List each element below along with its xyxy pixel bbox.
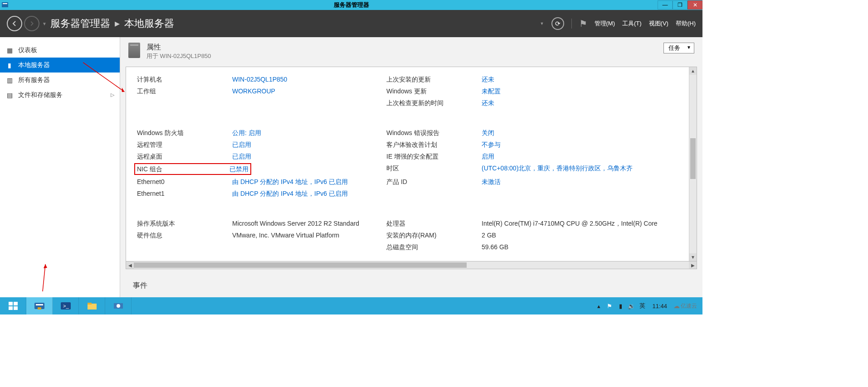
property-label: 远程管理 bbox=[137, 140, 232, 150]
sidebar-item-label: 仪表板 bbox=[18, 46, 37, 54]
chevron-right-icon: ▷ bbox=[111, 92, 114, 98]
sidebar-item-dashboard[interactable]: ▦ 仪表板 bbox=[0, 43, 120, 58]
header-toolbar: ▼ 服务器管理器 ▸ 本地服务器 ▼ ⟳ ⚑ 管理(M) 工具(T) 视图(V)… bbox=[0, 10, 702, 37]
property-value[interactable]: 已启用 bbox=[232, 151, 386, 161]
refresh-icon[interactable]: ⟳ bbox=[551, 17, 564, 30]
vertical-scrollbar[interactable]: ▲ ▼ bbox=[689, 67, 697, 261]
system-tray: ▴ ⚑ ▮ 🔉 英 11:44 ☁ 亿速云 bbox=[591, 297, 702, 314]
scroll-track[interactable] bbox=[689, 75, 697, 253]
property-value[interactable]: 还未 bbox=[482, 74, 678, 84]
close-button[interactable]: ✕ bbox=[688, 0, 702, 10]
properties-title: 属性 bbox=[146, 43, 663, 52]
property-value[interactable]: 已启用 bbox=[232, 140, 386, 150]
properties-subtitle: 用于 WIN-02J5QL1P850 bbox=[146, 52, 663, 60]
nav-back-button[interactable] bbox=[7, 16, 22, 31]
property-label: 总磁盘空间 bbox=[386, 242, 482, 252]
property-label: 产品 ID bbox=[386, 177, 482, 187]
sidebar-item-all-servers[interactable]: ▥ 所有服务器 bbox=[0, 73, 120, 87]
start-button[interactable] bbox=[0, 297, 26, 314]
sidebar-item-label: 本地服务器 bbox=[18, 61, 50, 69]
property-value bbox=[232, 98, 386, 108]
svg-rect-16 bbox=[88, 303, 92, 305]
property-label: Ethernet0 bbox=[137, 177, 232, 187]
property-value[interactable]: 还未 bbox=[482, 98, 678, 108]
header-right: ▼ ⟳ ⚑ 管理(M) 工具(T) 视图(V) 帮助(H) bbox=[540, 17, 696, 30]
tray-flag-icon[interactable]: ⚑ bbox=[606, 302, 613, 310]
menu-help[interactable]: 帮助(H) bbox=[676, 19, 696, 28]
breadcrumb-root[interactable]: 服务器管理器 bbox=[50, 17, 110, 30]
property-value bbox=[482, 189, 678, 198]
svg-point-18 bbox=[117, 304, 120, 308]
window-title: 服务器管理器 bbox=[334, 1, 369, 9]
nav-forward-button[interactable] bbox=[24, 16, 39, 31]
sidebar-item-local-server[interactable]: ▮ 本地服务器 bbox=[0, 58, 120, 73]
tasks-dropdown-button[interactable]: 任务 bbox=[663, 43, 694, 53]
property-value[interactable]: 启用 bbox=[482, 151, 678, 161]
taskbar: >_ ▴ ⚑ ▮ 🔉 英 11:44 ☁ 亿速云 bbox=[0, 297, 702, 314]
scroll-up-arrow[interactable]: ▲ bbox=[689, 67, 697, 75]
watermark-text: 亿速云 bbox=[681, 302, 697, 310]
property-value[interactable]: 未激活 bbox=[482, 177, 678, 187]
nav-history-dropdown[interactable]: ▼ bbox=[42, 21, 47, 26]
property-label: 硬件信息 bbox=[137, 230, 232, 240]
menu-view[interactable]: 视图(V) bbox=[649, 19, 668, 28]
svg-rect-8 bbox=[9, 306, 13, 310]
property-value[interactable]: (UTC+08:00)北京，重庆，香港特别行政区，乌鲁木齐 bbox=[482, 163, 678, 175]
task-explorer[interactable] bbox=[79, 297, 105, 314]
property-value[interactable]: WIN-02J5QL1P850 bbox=[232, 74, 386, 84]
property-value[interactable]: 不参与 bbox=[482, 140, 678, 150]
properties-box: 计算机名WIN-02J5QL1P850上次安装的更新还未工作组WORKGROUP… bbox=[126, 67, 697, 261]
property-label: 远程桌面 bbox=[137, 151, 232, 161]
sidebar-item-label: 所有服务器 bbox=[18, 76, 50, 84]
property-value: VMware, Inc. VMware Virtual Platform bbox=[232, 230, 386, 240]
horizontal-scrollbar[interactable]: ◀ ▶ bbox=[126, 261, 697, 269]
notifications-flag-icon[interactable]: ⚑ bbox=[579, 18, 587, 29]
tray-network-icon[interactable]: ▮ bbox=[617, 302, 624, 310]
property-value: Microsoft Windows Server 2012 R2 Standar… bbox=[232, 218, 386, 228]
property-value[interactable]: 未配置 bbox=[482, 86, 678, 96]
sidebar-item-file-storage[interactable]: ▤ 文件和存储服务 ▷ bbox=[0, 87, 120, 102]
menu-manage[interactable]: 管理(M) bbox=[595, 19, 615, 28]
property-value: 59.66 GB bbox=[482, 242, 678, 252]
scroll-track-h[interactable] bbox=[134, 261, 689, 269]
property-value: 2 GB bbox=[482, 230, 678, 240]
header-dropdown-icon[interactable]: ▼ bbox=[540, 21, 544, 26]
scroll-thumb-h[interactable] bbox=[134, 262, 467, 268]
highlight-annotation: NIC 组合已禁用 bbox=[134, 163, 251, 175]
scroll-left-arrow[interactable]: ◀ bbox=[126, 261, 134, 269]
svg-rect-9 bbox=[14, 306, 18, 310]
property-value[interactable]: 公用: 启用 bbox=[232, 128, 386, 138]
events-title: 事件 bbox=[120, 269, 702, 290]
cloud-icon: ☁ bbox=[673, 302, 680, 310]
task-settings[interactable] bbox=[105, 297, 132, 314]
property-value[interactable]: 由 DHCP 分配的 IPv4 地址，IPv6 已启用 bbox=[232, 177, 386, 187]
property-row: Windows 防火墙公用: 启用Windows 错误报告关闭 bbox=[137, 128, 678, 138]
property-row: 硬件信息VMware, Inc. VMware Virtual Platform… bbox=[137, 230, 678, 240]
watermark: ☁ 亿速云 bbox=[673, 302, 699, 310]
scroll-right-arrow[interactable]: ▶ bbox=[689, 261, 697, 269]
minimize-button[interactable]: — bbox=[658, 0, 673, 10]
breadcrumb-separator: ▸ bbox=[115, 18, 120, 29]
tray-ime[interactable]: 英 bbox=[639, 302, 646, 310]
app-icon bbox=[0, 0, 10, 10]
scroll-thumb[interactable] bbox=[690, 138, 696, 179]
property-value[interactable]: 由 DHCP 分配的 IPv4 地址，IPv6 已启用 bbox=[232, 189, 386, 198]
tray-sound-icon[interactable]: 🔉 bbox=[628, 302, 635, 310]
maximize-button[interactable]: ❐ bbox=[673, 0, 688, 10]
tray-clock[interactable]: 11:44 bbox=[649, 303, 670, 310]
window-titlebar: 服务器管理器 — ❐ ✕ bbox=[0, 0, 702, 10]
tray-up-icon[interactable]: ▴ bbox=[595, 302, 602, 310]
property-row: 工作组WORKGROUPWindows 更新未配置 bbox=[137, 86, 678, 96]
svg-text:>_: >_ bbox=[63, 303, 69, 309]
task-server-manager[interactable] bbox=[26, 297, 53, 314]
property-label: Windows 更新 bbox=[386, 86, 482, 96]
property-value[interactable]: 关闭 bbox=[482, 128, 678, 138]
menu-tools[interactable]: 工具(T) bbox=[622, 19, 642, 28]
scroll-down-arrow[interactable]: ▼ bbox=[689, 253, 697, 261]
property-value: Intel(R) Core(TM) i7-4710MQ CPU @ 2.50GH… bbox=[482, 218, 678, 228]
property-row: 计算机名WIN-02J5QL1P850上次安装的更新还未 bbox=[137, 74, 678, 84]
window-controls: — ❐ ✕ bbox=[658, 0, 702, 10]
property-label: 安装的内存(RAM) bbox=[386, 230, 482, 240]
property-value[interactable]: WORKGROUP bbox=[232, 86, 386, 96]
task-powershell[interactable]: >_ bbox=[53, 297, 79, 314]
